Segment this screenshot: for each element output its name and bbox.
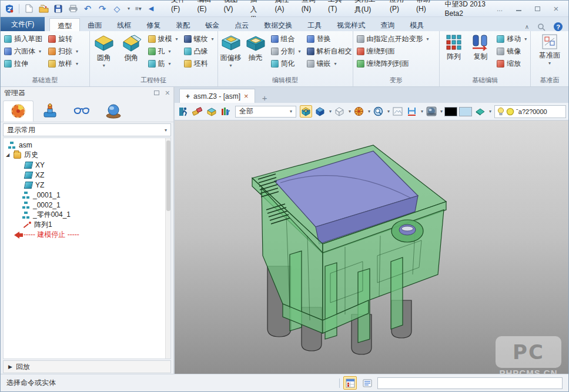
dropdown-arrow-icon[interactable]	[103, 63, 105, 68]
doc-tab-close-icon[interactable]	[244, 92, 249, 100]
dropdown-arrow-icon[interactable]	[421, 109, 423, 114]
dropdown-arrow-icon[interactable]	[334, 61, 337, 66]
extrude-button[interactable]: 拉伸	[3, 58, 43, 70]
collapse-left-icon[interactable]: ◀	[146, 4, 156, 14]
expander-icon[interactable]: ◢	[5, 152, 11, 158]
save-icon[interactable]	[53, 4, 63, 14]
loft-button[interactable]: 放样	[47, 58, 79, 70]
more-button[interactable]: ...	[494, 5, 505, 13]
layer-field[interactable]: ˉa?2?0000	[494, 105, 566, 118]
pattern-button[interactable]: 阵列	[442, 33, 465, 62]
tree-item-pattern[interactable]: 阵列1	[4, 220, 170, 230]
panel-close-icon[interactable]: ×	[165, 88, 170, 98]
tab-assembly-manager[interactable]	[35, 100, 65, 122]
collapse-ribbon-icon[interactable]: ∧	[525, 24, 529, 30]
tree-scrollbar[interactable]	[165, 138, 170, 359]
tree-item-yz[interactable]: YZ	[4, 180, 170, 190]
dropdown-arrow-icon[interactable]	[368, 109, 370, 114]
tab-visualstyle[interactable]: 视觉样式	[329, 18, 373, 31]
view-orientation-icon[interactable]	[300, 105, 312, 118]
undo-icon[interactable]: ↶	[82, 4, 93, 14]
dropdown-arrow-icon[interactable]	[230, 63, 232, 68]
highlight-color-swatch[interactable]	[459, 107, 472, 116]
help-icon[interactable]: ?	[554, 22, 563, 31]
viewport-3d[interactable]: PC PHPCMS.CN	[175, 120, 568, 375]
output-list-icon[interactable]	[360, 376, 374, 390]
replace-button[interactable]: 替换	[306, 33, 353, 45]
dropdown-arrow-icon[interactable]	[169, 49, 171, 54]
replay-bar[interactable]: ▶ 回放	[3, 360, 171, 373]
new-doc-tab-button[interactable]	[259, 93, 271, 103]
manager-filter-dropdown[interactable]: 显示常用	[3, 123, 171, 136]
section-wheel-icon[interactable]	[353, 105, 365, 118]
hole-button[interactable]: 孔	[147, 45, 179, 58]
tab-wireframe[interactable]: 线框	[109, 18, 139, 31]
dropdown-arrow-icon[interactable]	[524, 36, 527, 42]
inlay-button[interactable]: 镶嵌	[306, 58, 353, 70]
escape-command-icon[interactable]	[177, 105, 189, 118]
fillet-button[interactable]: 圆角	[92, 33, 116, 68]
copy-button[interactable]: 复制	[469, 33, 492, 62]
command-input[interactable]	[377, 377, 563, 389]
tree-item-comp3[interactable]: _零件004_1	[4, 210, 170, 220]
tab-library-manager[interactable]	[98, 100, 129, 122]
dropdown-arrow-icon[interactable]	[39, 49, 41, 54]
regen-dropdown-arrow-icon[interactable]	[128, 6, 130, 11]
rib-button[interactable]: 筋	[147, 58, 179, 70]
draft-button[interactable]: 拔模	[147, 33, 179, 45]
tree-item-model-stop[interactable]: ----- 建模停止 -----	[4, 230, 170, 240]
tab-mold[interactable]: 模具	[402, 18, 431, 31]
shaded-sphere-icon[interactable]	[425, 105, 437, 118]
tab-sheetmetal[interactable]: 钣金	[198, 18, 227, 31]
datum-plane-button[interactable]: 基准面	[534, 33, 565, 66]
sweep-button[interactable]: 扫掠	[47, 45, 79, 58]
tab-surface[interactable]: 曲面	[80, 18, 109, 31]
filter-icon[interactable]	[219, 105, 232, 118]
dropdown-arrow-icon[interactable]	[489, 109, 491, 114]
zoom-view-icon[interactable]	[372, 105, 384, 118]
morph-from-point-button[interactable]: 由指定点开始变形	[356, 33, 430, 45]
close-button[interactable]: ×	[551, 4, 561, 14]
tree-item-comp2[interactable]: _0002_1	[4, 200, 170, 210]
revolve-button[interactable]: 旋转	[47, 33, 79, 45]
selection-filter-dropdown[interactable]: 全部	[235, 106, 296, 118]
move-button[interactable]: 移动	[496, 33, 528, 45]
open-file-icon[interactable]	[38, 4, 49, 14]
dropdown-arrow-icon[interactable]	[212, 36, 214, 42]
input-grid-toggle-icon[interactable]	[343, 376, 357, 390]
replay-expander-icon[interactable]: ▶	[8, 364, 12, 370]
qat-customize-icon[interactable]: ≡	[135, 5, 142, 12]
frame-view-icon[interactable]	[391, 105, 404, 118]
dropdown-arrow-icon[interactable]	[440, 109, 443, 114]
tab-shape[interactable]: 造型	[49, 18, 80, 31]
tab-visual-manager[interactable]	[66, 100, 97, 122]
print-icon[interactable]	[68, 4, 78, 14]
tab-repair[interactable]: 修复	[139, 18, 168, 31]
flange-button[interactable]: 凸缘	[183, 45, 215, 58]
regen-icon[interactable]: ◇	[112, 4, 122, 14]
document-tab-active[interactable]: asm.Z3 - [asm]	[179, 89, 255, 103]
shaded-display-icon[interactable]	[314, 105, 326, 118]
dropdown-arrow-icon[interactable]	[427, 36, 429, 42]
box-button[interactable]: 六面体	[3, 45, 43, 58]
minimize-button[interactable]	[513, 5, 524, 13]
dropdown-arrow-icon[interactable]	[76, 49, 78, 54]
dropdown-arrow-icon[interactable]	[176, 36, 178, 42]
dropdown-arrow-icon[interactable]	[299, 49, 301, 54]
shell-button[interactable]: 抽壳	[245, 33, 266, 63]
ribbon-file-tab[interactable]: 文件(F)	[1, 17, 45, 31]
tree-item-xy[interactable]: XY	[4, 160, 170, 170]
chamfer-button[interactable]: 倒角	[119, 33, 143, 63]
tab-dataexchange[interactable]: 数据交换	[256, 18, 300, 31]
resolve-button[interactable]: 解析自相交	[306, 45, 353, 58]
dropdown-arrow-icon[interactable]	[548, 61, 551, 66]
dropdown-arrow-icon[interactable]	[169, 61, 171, 66]
panel-restore-icon[interactable]	[154, 89, 159, 97]
dropdown-arrow-icon[interactable]	[349, 109, 351, 114]
divide-button[interactable]: 分割	[270, 45, 302, 58]
dropdown-arrow-icon[interactable]	[387, 109, 390, 114]
tab-history-manager[interactable]	[3, 100, 34, 122]
wireframe-display-icon[interactable]	[333, 105, 346, 118]
tree-item-comp1[interactable]: _0001_1	[4, 190, 170, 200]
face-color-icon[interactable]	[474, 105, 486, 118]
